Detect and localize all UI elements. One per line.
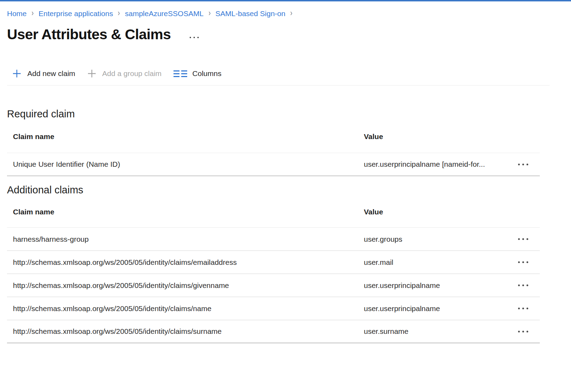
ellipsis-icon bbox=[197, 37, 199, 38]
breadcrumb-item-app[interactable]: sampleAzureSSOSAML bbox=[125, 9, 203, 18]
ellipsis-icon bbox=[522, 284, 524, 286]
breadcrumb-item-home[interactable]: Home bbox=[7, 9, 27, 18]
claim-value-cell: user.userprincipalname bbox=[364, 281, 506, 290]
ellipsis-icon bbox=[522, 331, 524, 332]
ellipsis-icon bbox=[522, 164, 524, 165]
ellipsis-icon bbox=[526, 284, 528, 286]
ellipsis-icon bbox=[518, 331, 520, 332]
toolbar-divider bbox=[7, 85, 550, 85]
add-new-claim-button[interactable]: Add new claim bbox=[12, 69, 75, 78]
table-row[interactable]: http://schemas.xmlsoap.org/ws/2005/05/id… bbox=[7, 274, 540, 297]
row-actions-button[interactable] bbox=[517, 282, 530, 289]
ellipsis-icon bbox=[526, 331, 528, 332]
chevron-right-icon: › bbox=[205, 9, 214, 17]
ellipsis-icon bbox=[522, 261, 524, 263]
ellipsis-icon bbox=[526, 238, 528, 240]
ellipsis-icon bbox=[526, 261, 528, 263]
ellipsis-icon bbox=[522, 238, 524, 240]
breadcrumb-item-enterprise-applications[interactable]: Enterprise applications bbox=[39, 9, 113, 18]
row-actions-button[interactable] bbox=[517, 161, 530, 168]
chevron-right-icon: › bbox=[287, 9, 296, 17]
chevron-right-icon: › bbox=[28, 9, 37, 17]
claim-value-cell: user.userprincipalname bbox=[364, 304, 506, 313]
plus-icon bbox=[12, 69, 21, 78]
table-row[interactable]: harness/harness-group user.groups bbox=[7, 228, 540, 251]
ellipsis-icon bbox=[193, 37, 195, 38]
claim-value-cell: user.userprincipalname [nameid-for... bbox=[364, 160, 506, 169]
ellipsis-icon bbox=[518, 164, 520, 165]
page-content: Home › Enterprise applications › sampleA… bbox=[0, 9, 571, 343]
claim-name-cell: Unique User Identifier (Name ID) bbox=[7, 160, 364, 169]
table-header-row: Claim name Value bbox=[7, 121, 540, 153]
claim-value-cell: user.mail bbox=[364, 258, 506, 267]
column-header-value: Value bbox=[364, 208, 506, 216]
ellipsis-icon bbox=[518, 261, 520, 263]
row-actions-button[interactable] bbox=[517, 305, 530, 312]
ellipsis-icon bbox=[518, 308, 520, 309]
table-row[interactable]: http://schemas.xmlsoap.org/ws/2005/05/id… bbox=[7, 320, 540, 343]
claim-value-cell: user.surname bbox=[364, 327, 506, 336]
columns-label: Columns bbox=[192, 69, 222, 78]
column-header-claim-name: Claim name bbox=[7, 208, 364, 216]
plus-icon bbox=[87, 69, 96, 78]
table-row[interactable]: http://schemas.xmlsoap.org/ws/2005/05/id… bbox=[7, 297, 540, 320]
more-options-button[interactable] bbox=[188, 35, 201, 40]
claim-name-cell: http://schemas.xmlsoap.org/ws/2005/05/id… bbox=[7, 304, 364, 313]
claim-value-cell: user.groups bbox=[364, 235, 506, 243]
ellipsis-icon bbox=[518, 238, 520, 240]
ellipsis-icon bbox=[190, 37, 191, 38]
claim-name-cell: http://schemas.xmlsoap.org/ws/2005/05/id… bbox=[7, 327, 364, 336]
add-group-claim-label: Add a group claim bbox=[102, 69, 162, 78]
required-claim-table: Claim name Value Unique User Identifier … bbox=[7, 121, 540, 176]
page-title: User Attributes & Claims bbox=[7, 26, 171, 43]
add-group-claim-button[interactable]: Add a group claim bbox=[87, 69, 162, 78]
breadcrumb: Home › Enterprise applications › sampleA… bbox=[7, 9, 571, 19]
row-actions-button[interactable] bbox=[517, 328, 530, 335]
columns-icon bbox=[174, 70, 187, 77]
claim-name-cell: harness/harness-group bbox=[7, 235, 364, 243]
add-new-claim-label: Add new claim bbox=[27, 69, 75, 78]
breadcrumb-item-saml-sign-on[interactable]: SAML-based Sign-on bbox=[216, 9, 286, 18]
ellipsis-icon bbox=[526, 308, 528, 309]
table-body: harness/harness-group user.groups http:/… bbox=[7, 228, 540, 343]
command-bar: Add new claim Add a group claim Columns bbox=[7, 66, 571, 82]
table-header-row: Claim name Value bbox=[7, 197, 540, 228]
row-actions-button[interactable] bbox=[517, 259, 530, 266]
claim-name-cell: http://schemas.xmlsoap.org/ws/2005/05/id… bbox=[7, 281, 364, 290]
top-accent-bar bbox=[0, 0, 571, 1]
ellipsis-icon bbox=[526, 164, 528, 165]
ellipsis-icon bbox=[522, 308, 524, 309]
claim-name-cell: http://schemas.xmlsoap.org/ws/2005/05/id… bbox=[7, 258, 364, 267]
required-claim-heading: Required claim bbox=[7, 107, 571, 121]
row-actions-button[interactable] bbox=[517, 235, 530, 243]
additional-claims-table: Claim name Value harness/harness-group u… bbox=[7, 197, 540, 343]
column-header-claim-name: Claim name bbox=[7, 132, 364, 141]
ellipsis-icon bbox=[518, 284, 520, 286]
column-header-value: Value bbox=[364, 132, 506, 141]
columns-button[interactable]: Columns bbox=[174, 69, 222, 78]
table-row[interactable]: Unique User Identifier (Name ID) user.us… bbox=[7, 153, 540, 176]
table-row[interactable]: http://schemas.xmlsoap.org/ws/2005/05/id… bbox=[7, 251, 540, 274]
chevron-right-icon: › bbox=[115, 9, 124, 17]
table-body: Unique User Identifier (Name ID) user.us… bbox=[7, 153, 540, 176]
title-row: User Attributes & Claims bbox=[7, 26, 571, 43]
additional-claims-heading: Additional claims bbox=[7, 183, 571, 197]
